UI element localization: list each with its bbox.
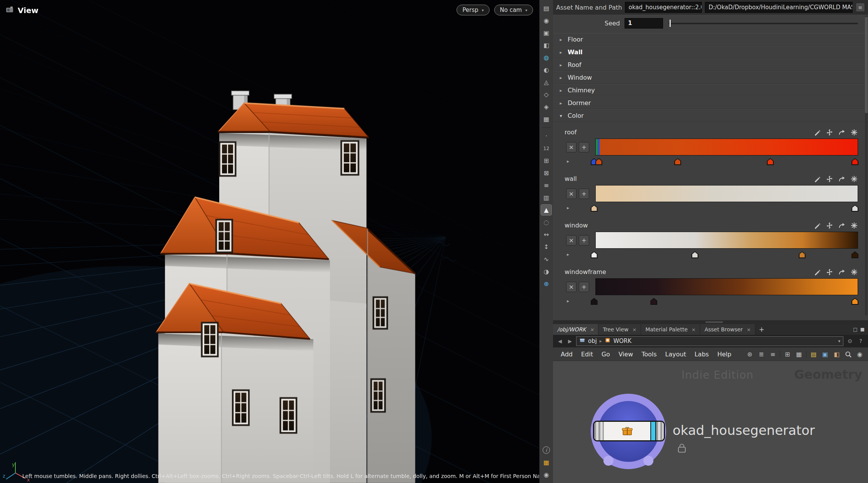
- seed-slider[interactable]: [668, 18, 858, 28]
- folder-color[interactable]: ▾ Color: [553, 109, 868, 122]
- pane-tab--obj-work[interactable]: /obj/WORK×: [553, 324, 598, 335]
- asset-path-field[interactable]: D:/OkaD/Dropbox/HoudiniLearning/CGWORLD …: [705, 2, 853, 13]
- reference-grid-icon[interactable]: ▦: [541, 457, 551, 468]
- menu-tools[interactable]: Tools: [638, 349, 660, 359]
- ramp-recook-icon[interactable]: [850, 221, 858, 229]
- ramp-gradient-bar[interactable]: [595, 139, 858, 155]
- ramp-jump-icon[interactable]: [838, 221, 846, 229]
- tile-layout-icon[interactable]: ▦: [795, 350, 803, 359]
- folder-roof[interactable]: ▸Roof: [553, 58, 868, 71]
- forward-arrow-icon[interactable]: ▶: [566, 338, 574, 344]
- ramp-add-point-button[interactable]: +: [579, 189, 589, 199]
- folder-floor[interactable]: ▸Floor: [553, 33, 868, 46]
- menu-view[interactable]: View: [615, 349, 637, 359]
- wireframe-icon[interactable]: ∿: [541, 254, 551, 264]
- camera-icon[interactable]: ◐: [541, 65, 551, 75]
- ramp-marker[interactable]: [767, 158, 774, 165]
- menu-labs[interactable]: Labs: [691, 349, 713, 359]
- ramp-collapse-arrow[interactable]: ▸: [567, 159, 569, 164]
- ramp-recook-icon[interactable]: [850, 175, 858, 183]
- lasso-select-icon[interactable]: ◌: [541, 217, 551, 227]
- ramp-marker[interactable]: [674, 158, 681, 165]
- texture-icon[interactable]: ▦: [541, 114, 551, 124]
- ramp-add-point-button[interactable]: +: [579, 282, 589, 292]
- ramp-delete-point-button[interactable]: ×: [566, 282, 576, 292]
- grid-layout-icon[interactable]: ⊞: [783, 350, 792, 359]
- asset-name-field[interactable]: okad_housegenerator::2.0 ▴▾: [625, 2, 702, 13]
- folder-wall[interactable]: ▸Wall: [553, 46, 868, 58]
- tools-icon[interactable]: ⊛: [745, 350, 754, 359]
- menu-add[interactable]: Add: [557, 349, 576, 359]
- ramp-marker[interactable]: [595, 158, 602, 165]
- path-field[interactable]: obj ▸ WORK ▾: [576, 336, 843, 346]
- search-icon[interactable]: [844, 350, 853, 359]
- ramp-marker[interactable]: [591, 205, 598, 212]
- scene-viewport[interactable]: View Persp▾ No cam▾ y z x Left mouse tum…: [0, 0, 539, 483]
- flipbook-icon[interactable]: ▣: [541, 28, 551, 38]
- world-space-icon[interactable]: ◍: [541, 52, 551, 63]
- pane-tab-tree-view[interactable]: Tree View×: [598, 324, 641, 335]
- add-view-icon[interactable]: ⊕: [541, 279, 551, 289]
- folder-dormer[interactable]: ▸Dormer: [553, 97, 868, 109]
- ramp-marker[interactable]: [650, 298, 657, 305]
- menu-help[interactable]: Help: [713, 349, 735, 359]
- ramp-marker[interactable]: [691, 251, 698, 258]
- grid-snap-icon[interactable]: ⊞: [541, 155, 551, 166]
- ramp-marker[interactable]: [851, 205, 858, 212]
- ramp-edit-pencil-icon[interactable]: [813, 128, 821, 136]
- ramp-edit-pencil-icon[interactable]: [813, 175, 821, 183]
- dot-icon[interactable]: ·: [541, 131, 551, 141]
- close-tab-icon[interactable]: ×: [691, 327, 696, 333]
- ramp-move-icon[interactable]: [825, 175, 833, 183]
- pane-help-icon[interactable]: ?: [856, 337, 865, 345]
- params-scrollbar[interactable]: [865, 15, 868, 316]
- objects-icon[interactable]: ◇: [541, 89, 551, 100]
- ramp-edit-pencil-icon[interactable]: [813, 268, 821, 276]
- ramp-collapse-arrow[interactable]: ▸: [567, 252, 569, 257]
- select-tool-icon[interactable]: ▲: [541, 205, 551, 215]
- shaded-mode-icon[interactable]: ◑: [541, 266, 551, 277]
- ramp-recook-icon[interactable]: [850, 268, 858, 276]
- breadcrumb-root[interactable]: obj: [588, 338, 597, 344]
- ramp-move-icon[interactable]: [825, 128, 833, 136]
- collapse-arrow-icon[interactable]: ▸: [558, 50, 563, 55]
- close-tab-icon[interactable]: ×: [632, 327, 636, 333]
- node-badge[interactable]: [593, 421, 665, 441]
- ramp-add-point-button[interactable]: +: [579, 142, 589, 152]
- ramp-marker[interactable]: [851, 158, 858, 165]
- network-editor-canvas[interactable]: Indie Edition Geometry: [553, 361, 868, 483]
- ramp-marker[interactable]: [591, 298, 598, 305]
- ramp-recook-icon[interactable]: [850, 128, 858, 136]
- notes-icon[interactable]: ▤: [809, 350, 818, 359]
- collapse-arrow-icon[interactable]: ▸: [558, 88, 563, 93]
- collapse-arrow-icon[interactable]: ▸: [558, 75, 563, 80]
- lock-view-icon[interactable]: ◧: [541, 40, 551, 50]
- path-dropdown-icon[interactable]: ▾: [838, 339, 840, 344]
- scale-tool-icon[interactable]: ↕: [541, 242, 551, 252]
- render-view-icon[interactable]: ◉: [541, 470, 551, 480]
- materials-icon[interactable]: ◈: [541, 102, 551, 112]
- collapse-arrow-icon[interactable]: ▸: [558, 100, 563, 106]
- menu-go[interactable]: Go: [598, 349, 614, 359]
- ramp-delete-point-button[interactable]: ×: [566, 235, 576, 246]
- overview-icon[interactable]: ◉: [855, 350, 864, 359]
- ramp-move-icon[interactable]: [825, 221, 833, 229]
- expand-arrow-icon[interactable]: ▾: [558, 113, 563, 119]
- ramp-jump-icon[interactable]: [838, 175, 846, 183]
- ruler-icon[interactable]: ▥: [541, 192, 551, 203]
- persp-view-button[interactable]: Persp▾: [456, 5, 489, 15]
- menu-edit[interactable]: Edit: [577, 349, 597, 359]
- seed-input[interactable]: 1: [625, 18, 663, 28]
- ramp-delete-point-button[interactable]: ×: [566, 189, 576, 199]
- ramp-jump-icon[interactable]: [838, 128, 846, 136]
- ramp-delete-point-button[interactable]: ×: [566, 142, 576, 152]
- ramp-add-point-button[interactable]: +: [579, 235, 589, 246]
- pane-maximize-icon[interactable]: □: [853, 327, 857, 332]
- ramp-marker[interactable]: [799, 251, 806, 258]
- light-icon[interactable]: ◬: [541, 77, 551, 87]
- palette-icon[interactable]: ◧: [832, 350, 841, 359]
- ramp-collapse-arrow[interactable]: ▸: [567, 298, 569, 304]
- network-tree-icon[interactable]: ≣: [757, 350, 766, 359]
- breadcrumb-current[interactable]: WORK: [613, 338, 631, 344]
- ramp-marker[interactable]: [851, 298, 858, 305]
